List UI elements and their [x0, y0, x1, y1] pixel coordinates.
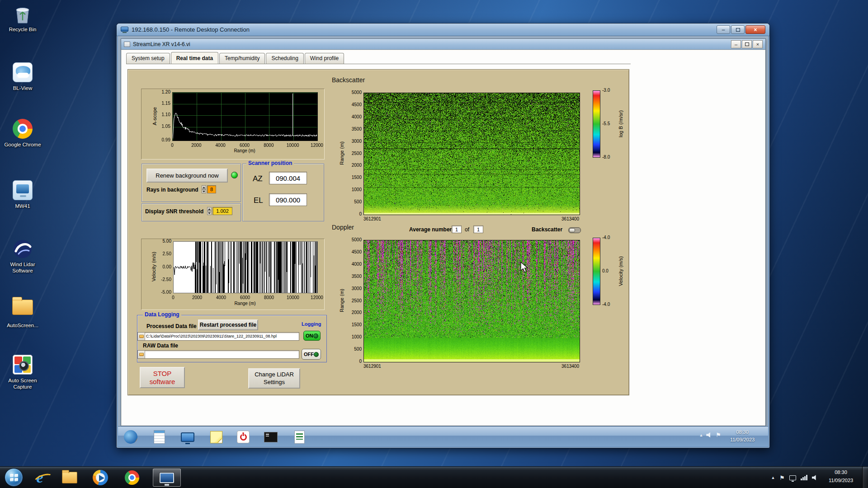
rdp-titlebar[interactable]: 192.168.0.150 - Remote Desktop Connectio… [117, 23, 769, 36]
ascope-x-tick: 2000 [186, 143, 206, 148]
desktop-icon-recycle-bin[interactable]: Recycle Bin [1, 4, 44, 33]
session-xr-file-icon[interactable] [291, 429, 307, 445]
snr-threshold-label: Display SNR threshold [145, 208, 203, 215]
tab-real-time-data[interactable]: Real time data [171, 52, 218, 64]
taskbar-media-player[interactable] [89, 469, 112, 487]
raw-path-text [145, 351, 147, 358]
session-hidden-icons-chevron[interactable]: ▲ [699, 433, 703, 437]
vi-close-button[interactable]: × [753, 40, 763, 48]
velocity-x-tick: 2000 [187, 295, 207, 300]
doppler-title: Doppler [332, 224, 354, 231]
restart-processed-file-button[interactable]: Restart processed file [198, 319, 258, 330]
tab-wind-profile[interactable]: Wind profile [305, 53, 344, 64]
auto-screen-capture-icon [12, 355, 33, 375]
show-desktop-button[interactable] [862, 467, 868, 488]
backscatter-x-tick-left: 3612901 [363, 216, 381, 221]
renew-led-indicator [231, 172, 238, 178]
session-command-prompt-icon[interactable] [263, 429, 279, 445]
hidden-icons-chevron[interactable]: ▲ [771, 475, 775, 480]
ascope-y-tick: 1.15 [151, 101, 170, 106]
taskbar-explorer[interactable] [58, 469, 81, 487]
velocity-y-tick: -2.50 [151, 277, 171, 282]
taskbar-remote-desktop-active[interactable] [153, 469, 181, 487]
processed-path-text: C:\Lidar\Data\Proc\2023\202309\20230911\… [145, 333, 278, 340]
desktop-icon-wind-lidar[interactable]: Wind Lidar Software [1, 239, 44, 274]
session-remote-desktop-icon[interactable] [179, 429, 196, 445]
network-icon[interactable] [801, 475, 807, 480]
vi-restore-button[interactable] [742, 40, 752, 48]
session-notepad-icon[interactable] [151, 429, 167, 445]
taskbar-chrome[interactable] [120, 469, 144, 487]
desktop: Recycle Bin BL-View Google Chrome MW41 W… [0, 0, 868, 488]
backscatter-y-tick: 5000 [343, 90, 362, 95]
change-lidar-settings-button[interactable]: Change LiDAR Settings [248, 368, 300, 389]
session-volume-icon[interactable] [706, 432, 712, 438]
snr-spinner[interactable] [207, 207, 212, 215]
processed-logging-on-indicator[interactable]: ON [303, 331, 321, 341]
doppler-colorbar-tick: 0.0 [602, 268, 609, 273]
backscatter-toggle-switch[interactable] [568, 227, 581, 233]
rdp-close-button[interactable]: × [745, 25, 765, 34]
doppler-y-tick: 5000 [343, 237, 362, 242]
rdp-window-title: 192.168.0.150 - Remote Desktop Connectio… [132, 26, 716, 33]
backscatter-y-tick: 3000 [343, 139, 362, 144]
session-time: 08:30 [723, 428, 762, 436]
tab-temp-humidity[interactable]: Temp/humidity [219, 53, 265, 64]
drive-icon[interactable] [138, 333, 145, 340]
rdp-minimize-button[interactable]: – [717, 25, 730, 34]
desktop-icon-mw41[interactable]: MW41 [1, 180, 44, 209]
backscatter-y-tick: 500 [343, 199, 362, 204]
desktop-icon-auto-screen-capture[interactable]: Auto Screen Capture [1, 355, 44, 390]
tab-scheduling[interactable]: Scheduling [266, 53, 303, 64]
backscatter-y-tick: 4500 [343, 102, 362, 107]
rdp-maximize-button[interactable] [731, 25, 745, 34]
host-taskbar: e ▲ ⚑ 08:30 11/09/2023 [0, 466, 868, 488]
doppler-y-tick: 0 [343, 359, 362, 364]
on-label: ON [306, 333, 313, 338]
taskbar-date: 11/09/2023 [821, 477, 861, 485]
session-clock[interactable]: 08:30 11/09/2023 [723, 428, 762, 444]
snr-value-box[interactable]: 1.002 [212, 207, 232, 215]
processed-path-box[interactable]: C:\Lidar\Data\Proc\2023\202309\20230911\… [137, 332, 299, 341]
display-icon[interactable] [789, 475, 796, 480]
raw-path-box[interactable] [137, 350, 299, 359]
doppler-y-tick: 1000 [343, 334, 362, 339]
volume-icon[interactable] [812, 475, 818, 480]
stop-line1: STOP [153, 370, 172, 378]
session-browser-icon[interactable] [123, 429, 139, 445]
ascope-x-axis-label: Range (m) [222, 148, 267, 153]
start-button[interactable] [5, 468, 23, 487]
average-of-label: of [465, 226, 469, 233]
average-total-box[interactable]: 1 [473, 225, 483, 233]
average-number-box[interactable]: 1 [452, 225, 462, 233]
backscatter-title: Backscatter [332, 76, 365, 84]
desktop-icon-google-chrome[interactable]: Google Chrome [1, 119, 44, 148]
taskbar-internet-explorer[interactable]: e [28, 469, 52, 487]
rays-value-box[interactable]: 8 [207, 185, 216, 193]
renew-background-button[interactable]: Renew background now [146, 169, 228, 183]
clock[interactable]: 08:30 11/09/2023 [821, 469, 861, 484]
change-line2: Settings [264, 379, 285, 386]
desktop-icon-bl-view[interactable]: BL-View [1, 62, 44, 91]
vi-window: StreamLine XR v14-6.vi – × System setup … [121, 38, 766, 426]
raw-logging-off-indicator[interactable]: OFF [302, 349, 321, 360]
ascope-x-tick: 0 [162, 143, 182, 148]
chrome-icon [12, 119, 33, 140]
remote-desktop-icon [160, 473, 174, 483]
vi-window-icon [124, 42, 130, 47]
drive-icon[interactable] [138, 351, 145, 358]
session-sticky-notes-icon[interactable] [208, 429, 224, 445]
desktop-icon-label: MW41 [1, 203, 44, 209]
desktop-icon-autoscreen[interactable]: AutoScreen... [1, 296, 44, 328]
rays-spinner[interactable] [202, 185, 206, 193]
vi-titlebar[interactable]: StreamLine XR v14-6.vi – × [121, 39, 765, 50]
session-shutdown-icon[interactable] [235, 429, 251, 445]
rays-in-background-label: Rays in background [146, 187, 198, 193]
stop-software-button[interactable]: STOP software [140, 367, 185, 388]
action-center-flag-icon[interactable]: ⚑ [779, 475, 785, 481]
backscatter-y-tick: 0 [343, 211, 362, 216]
ascope-x-tick: 10000 [283, 143, 303, 148]
vi-minimize-button[interactable]: – [731, 40, 741, 48]
tab-system-setup[interactable]: System setup [126, 53, 170, 64]
session-action-center-flag-icon[interactable]: ⚑ [716, 432, 721, 438]
